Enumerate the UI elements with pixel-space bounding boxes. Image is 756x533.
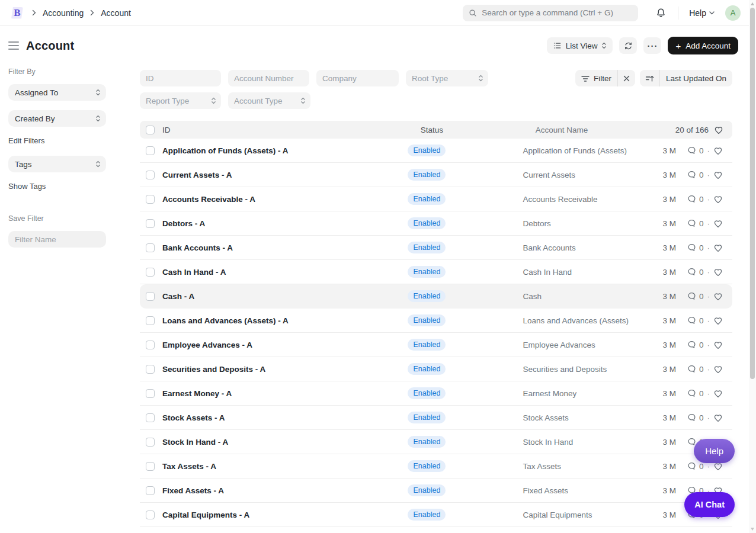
comment-icon[interactable]: [687, 316, 697, 325]
row-id[interactable]: Capital Equipments - A: [162, 510, 408, 519]
table-row[interactable]: Cash In Hand - A Enabled Cash In Hand 3 …: [140, 260, 732, 284]
row-checkbox[interactable]: [146, 316, 155, 325]
row-checkbox[interactable]: [146, 219, 155, 228]
global-search-input[interactable]: Search or type a command (Ctrl + G): [463, 5, 638, 21]
vertical-scrollbar[interactable]: [749, 0, 756, 533]
filter-button[interactable]: Filter: [575, 70, 617, 86]
account-type-select[interactable]: Account Type: [228, 92, 310, 109]
row-checkbox[interactable]: [146, 243, 155, 252]
comment-icon[interactable]: [687, 194, 697, 204]
row-id[interactable]: Accounts Receivable - A: [162, 195, 408, 204]
refresh-button[interactable]: [619, 37, 637, 54]
user-avatar[interactable]: A: [725, 5, 741, 21]
row-id[interactable]: Loans and Advances (Assets) - A: [162, 316, 408, 325]
comment-icon[interactable]: [687, 364, 697, 374]
comment-icon[interactable]: [687, 146, 697, 155]
row-checkbox[interactable]: [146, 195, 155, 204]
row-checkbox[interactable]: [146, 462, 155, 471]
tags-dropdown[interactable]: Tags: [8, 156, 106, 172]
heart-icon[interactable]: [714, 126, 723, 134]
row-id[interactable]: Cash In Hand - A: [162, 268, 408, 277]
table-row[interactable]: Fixed Assets - A Enabled Fixed Assets 3 …: [140, 479, 732, 503]
row-id[interactable]: Fixed Assets - A: [162, 486, 408, 495]
column-header-account-name[interactable]: Account Name: [536, 126, 675, 134]
row-id[interactable]: Earnest Money - A: [162, 389, 408, 398]
row-id[interactable]: Current Assets - A: [162, 171, 408, 179]
row-id[interactable]: Stock In Hand - A: [162, 438, 408, 447]
scroll-up-arrow-icon[interactable]: [751, 2, 754, 5]
table-row[interactable]: Application of Funds (Assets) - A Enable…: [140, 139, 732, 163]
add-account-button[interactable]: + Add Account: [668, 37, 738, 54]
heart-icon[interactable]: [713, 365, 723, 374]
table-row[interactable]: Debtors - A Enabled Debtors 3 M 0 ·: [140, 211, 732, 236]
row-checkbox[interactable]: [146, 438, 155, 447]
row-checkbox[interactable]: [146, 365, 155, 374]
table-row[interactable]: Cash - A Enabled Cash 3 M 0 ·: [140, 284, 732, 309]
row-id[interactable]: Employee Advances - A: [162, 341, 408, 349]
heart-icon[interactable]: [713, 219, 723, 228]
comment-icon[interactable]: [687, 267, 697, 277]
row-checkbox[interactable]: [146, 510, 155, 519]
table-row[interactable]: Loans and Advances (Assets) - A Enabled …: [140, 309, 732, 333]
table-row[interactable]: Employee Advances - A Enabled Employee A…: [140, 333, 732, 357]
heart-icon[interactable]: [713, 268, 723, 277]
filter-name-input[interactable]: [8, 231, 106, 248]
row-id[interactable]: Bank Accounts - A: [162, 243, 408, 252]
sort-direction-button[interactable]: [640, 70, 659, 86]
comment-icon[interactable]: [687, 461, 697, 471]
comment-icon[interactable]: [687, 388, 697, 398]
sidebar-toggle-icon[interactable]: [8, 40, 19, 51]
row-checkbox[interactable]: [146, 146, 155, 155]
table-row[interactable]: Earnest Money - A Enabled Earnest Money …: [140, 381, 732, 406]
row-id[interactable]: Stock Assets - A: [162, 413, 408, 422]
table-row[interactable]: Bank Accounts - A Enabled Bank Accounts …: [140, 236, 732, 260]
comment-icon[interactable]: [687, 413, 697, 422]
row-checkbox[interactable]: [146, 171, 155, 179]
heart-icon[interactable]: [713, 413, 723, 422]
heart-icon[interactable]: [713, 146, 723, 155]
scroll-down-arrow-icon[interactable]: [751, 528, 754, 531]
clear-filter-button[interactable]: [618, 70, 635, 86]
table-row[interactable]: Stock Assets - A Enabled Stock Assets 3 …: [140, 406, 732, 430]
created-by-dropdown[interactable]: Created By: [8, 110, 106, 127]
row-checkbox[interactable]: [146, 413, 155, 422]
company-filter-input[interactable]: [316, 70, 399, 86]
heart-icon[interactable]: [713, 341, 723, 349]
help-dropdown[interactable]: Help: [689, 8, 715, 18]
help-floating-button[interactable]: Help: [694, 439, 735, 463]
edit-filters-link[interactable]: Edit Filters: [8, 136, 132, 145]
show-tags-link[interactable]: Show Tags: [8, 182, 132, 191]
heart-icon[interactable]: [713, 243, 723, 252]
comment-icon[interactable]: [687, 243, 697, 252]
comment-icon[interactable]: [687, 291, 697, 301]
table-row[interactable]: Tax Assets - A Enabled Tax Assets 3 M 0 …: [140, 454, 732, 479]
table-row[interactable]: Stock In Hand - A Enabled Stock In Hand …: [140, 430, 732, 454]
column-header-status[interactable]: Status: [421, 126, 536, 134]
sort-by-button[interactable]: Last Updated On: [660, 70, 732, 86]
column-header-id[interactable]: ID: [162, 126, 421, 134]
table-row[interactable]: Current Assets - A Enabled Current Asset…: [140, 163, 732, 187]
row-id[interactable]: Tax Assets - A: [162, 462, 408, 471]
heart-icon[interactable]: [713, 292, 723, 301]
comment-icon[interactable]: [687, 340, 697, 349]
row-id[interactable]: Securities and Deposits - A: [162, 365, 408, 374]
row-checkbox[interactable]: [146, 389, 155, 398]
heart-icon[interactable]: [713, 389, 723, 398]
breadcrumb-accounting[interactable]: Accounting: [43, 8, 84, 18]
more-options-button[interactable]: ···: [643, 37, 661, 54]
row-checkbox[interactable]: [146, 292, 155, 301]
heart-icon[interactable]: [713, 316, 723, 325]
assigned-to-dropdown[interactable]: Assigned To: [8, 84, 106, 101]
account-number-filter-input[interactable]: [228, 70, 309, 86]
scrollbar-thumb[interactable]: [750, 8, 755, 379]
row-id[interactable]: Cash - A: [162, 292, 408, 301]
select-all-checkbox[interactable]: [146, 126, 155, 134]
root-type-select[interactable]: Root Type: [406, 70, 488, 86]
app-logo[interactable]: B: [11, 7, 24, 20]
view-switcher-button[interactable]: List View: [547, 37, 613, 54]
row-id[interactable]: Debtors - A: [162, 219, 408, 228]
ai-chat-floating-button[interactable]: AI Chat: [684, 492, 735, 517]
table-row[interactable]: Securities and Deposits - A Enabled Secu…: [140, 357, 732, 381]
heart-icon[interactable]: [713, 195, 723, 204]
notifications-bell-icon[interactable]: [656, 8, 666, 18]
